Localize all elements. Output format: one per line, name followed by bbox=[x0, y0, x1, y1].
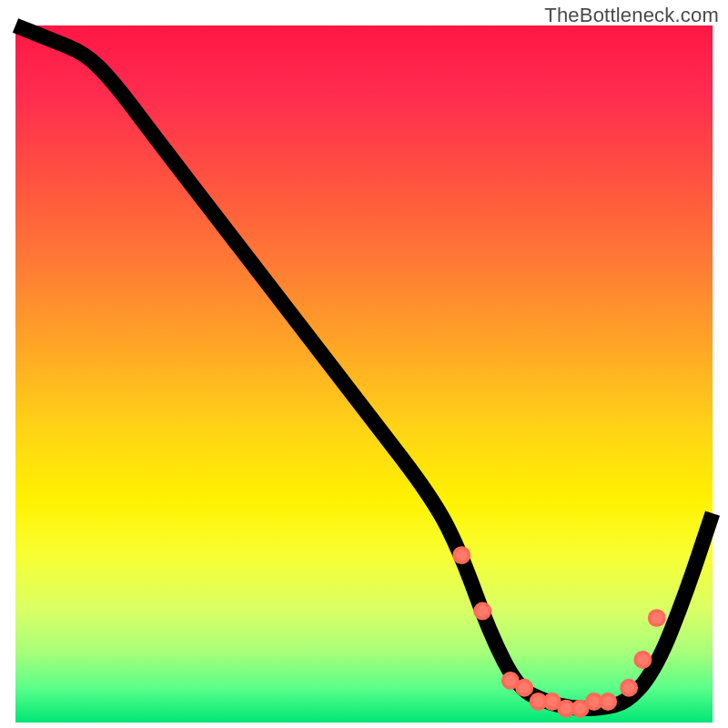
chart-canvas: TheBottleneck.com bbox=[0, 0, 728, 728]
highlight-dot bbox=[635, 652, 650, 667]
highlight-dot bbox=[650, 611, 664, 625]
highlight-dot bbox=[454, 548, 469, 562]
highlight-dot bbox=[622, 681, 636, 695]
highlight-dot bbox=[517, 681, 531, 695]
bottleneck-curve bbox=[15, 25, 713, 709]
highlight-dot bbox=[601, 694, 615, 709]
plot-area bbox=[15, 25, 713, 723]
watermark-text: TheBottleneck.com bbox=[544, 4, 719, 27]
highlight-dot bbox=[475, 603, 490, 618]
curve-layer bbox=[15, 25, 713, 723]
